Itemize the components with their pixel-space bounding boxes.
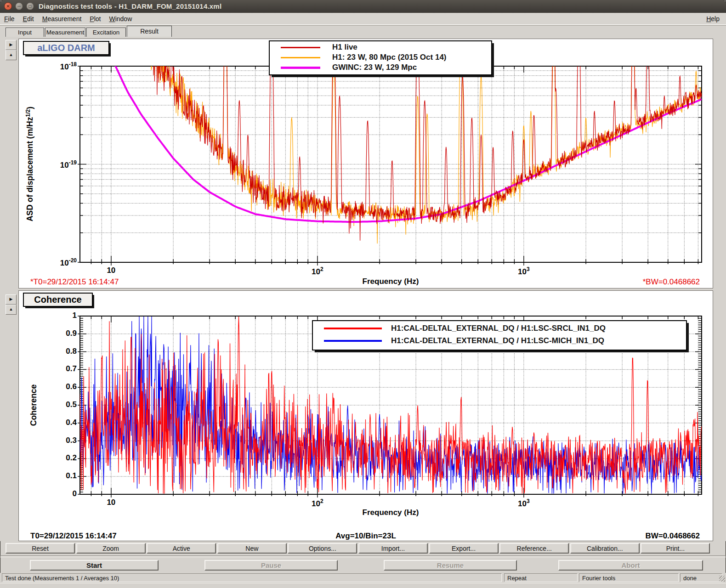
status-cell-fourier-tools: Fourier tools bbox=[579, 573, 679, 582]
coherence-ytick-label: 0.8 bbox=[42, 347, 77, 356]
coherence-panel-title[interactable]: Coherence bbox=[23, 293, 93, 307]
coherence-ytick-label: 0.3 bbox=[42, 436, 77, 445]
title-bar: ✕ ─ ▢ Diagnostics test tools - H1_DARM_F… bbox=[0, 0, 726, 13]
resume-button: Resume bbox=[384, 560, 517, 571]
asd-ytick-label: 10-18 bbox=[42, 61, 77, 72]
asd-ytick-label: 10-19 bbox=[42, 159, 77, 170]
asd-xtick-label: 102 bbox=[312, 266, 323, 277]
bottom-strip bbox=[0, 583, 726, 588]
legend-label: GWINC: 23 W, 129 Mpc bbox=[332, 63, 417, 72]
toolbar-new-button[interactable]: New bbox=[217, 543, 287, 554]
divider bbox=[0, 555, 726, 557]
abort-button: Abort bbox=[558, 560, 703, 571]
toolbar-reference-button[interactable]: Reference... bbox=[499, 543, 569, 554]
legend-row: H1 live bbox=[270, 42, 491, 52]
menu-edit[interactable]: Edit bbox=[19, 13, 38, 23]
legend-line-swatch bbox=[281, 67, 320, 69]
coherence-ytick-label: 0.2 bbox=[42, 453, 77, 463]
menu-measurement[interactable]: Measurement bbox=[38, 13, 86, 23]
status-message: Test done (Measurements 1 / Averages 10) bbox=[2, 573, 502, 582]
status-bar: Test done (Measurements 1 / Averages 10)… bbox=[0, 573, 726, 583]
coherence-ytick-label: 0.6 bbox=[42, 382, 77, 391]
asd-xtick-label: 103 bbox=[518, 266, 530, 277]
resize-grip[interactable] bbox=[719, 576, 725, 582]
coherence-xtick-label: 102 bbox=[312, 498, 323, 509]
minimize-icon[interactable]: ─ bbox=[15, 2, 23, 10]
legend-line-swatch bbox=[281, 57, 320, 58]
menu-file[interactable]: File bbox=[0, 13, 19, 23]
pane1-expand-icon[interactable]: ▶ bbox=[6, 40, 17, 50]
toolbar-export-button[interactable]: Export... bbox=[429, 543, 499, 554]
coherence-ytick-label: 0.5 bbox=[42, 400, 77, 409]
tab-result[interactable]: Result bbox=[127, 26, 172, 37]
legend-row: H1:CAL-DELTAL_EXTERNAL_DQ / H1:LSC-SRCL_… bbox=[313, 322, 686, 334]
start-button[interactable]: Start bbox=[30, 560, 159, 571]
close-icon[interactable]: ✕ bbox=[4, 2, 12, 10]
coherence-plot-pane: Coherence H1:CAL-DELTAL_EXTERNAL_DQ / H1… bbox=[18, 290, 713, 541]
coherence-xtick-label: 103 bbox=[518, 498, 530, 509]
asd-yaxis-title: ASD of displacement (m/Hz1/2) bbox=[25, 107, 35, 221]
toolbar-import-button[interactable]: Import... bbox=[358, 543, 428, 554]
pane2-expand-icon[interactable]: ▶ bbox=[6, 294, 17, 305]
app-window: ✕ ─ ▢ Diagnostics test tools - H1_DARM_F… bbox=[0, 0, 726, 588]
legend-line-swatch bbox=[281, 47, 320, 48]
window-title: Diagnostics test tools - H1_DARM_FOM_201… bbox=[39, 2, 221, 10]
menu-window[interactable]: Window bbox=[105, 13, 136, 23]
coherence-xaxis-title: Frequency (Hz) bbox=[363, 508, 419, 517]
tab-input[interactable]: Input bbox=[6, 28, 44, 37]
legend-label: H1:CAL-DELTAL_EXTERNAL_DQ / H1:LSC-MICH_… bbox=[391, 336, 604, 345]
coherence-ytick-label: 0 bbox=[42, 489, 77, 498]
toolbar-reset-button[interactable]: Reset bbox=[6, 543, 75, 554]
toolbar-options-button[interactable]: Options... bbox=[288, 543, 357, 554]
legend-label: H1: 23 W, 80 Mpc (2015 Oct 14) bbox=[332, 53, 447, 62]
menu-help[interactable]: Help bbox=[706, 15, 720, 23]
tab-measurement[interactable]: Measurement bbox=[45, 28, 85, 37]
asd-ytick-label: 10-20 bbox=[42, 257, 77, 268]
legend-row: H1:CAL-DELTAL_EXTERNAL_DQ / H1:LSC-MICH_… bbox=[313, 334, 686, 347]
menu-bar-items: FileEditMeasurementPlotWindow bbox=[0, 15, 136, 23]
pane2-collapse-icon[interactable]: ▲ bbox=[6, 305, 17, 315]
coherence-ytick-label: 0.7 bbox=[42, 364, 77, 373]
coherence-ytick-label: 1 bbox=[42, 311, 77, 320]
pause-button: Pause bbox=[204, 560, 338, 571]
menu-bar: FileEditMeasurementPlotWindow Help bbox=[0, 13, 726, 26]
coherence-legend: H1:CAL-DELTAL_EXTERNAL_DQ / H1:LSC-SRCL_… bbox=[312, 320, 687, 351]
main-content: ▶ ▲ ▶ ▲ aLIGO DARM H1 liveH1: 23 W, 80 M… bbox=[0, 37, 726, 541]
pane1-collapse-icon[interactable]: ▲ bbox=[6, 50, 17, 60]
coherence-bw-annotation: BW=0.0468662 bbox=[645, 531, 700, 541]
asd-plot-canvas bbox=[19, 39, 713, 288]
asd-plot-pane: aLIGO DARM H1 liveH1: 23 W, 80 Mpc (2015… bbox=[18, 39, 713, 288]
asd-xaxis-title: Frequency (Hz) bbox=[363, 277, 419, 286]
toolbar-print-button[interactable]: Print... bbox=[641, 543, 710, 554]
asd-t0-annotation: *T0=29/12/2015 16:14:47 bbox=[30, 277, 119, 287]
asd-bw-annotation: *BW=0.0468662 bbox=[643, 277, 700, 287]
coherence-avg-annotation: Avg=10/Bin=23L bbox=[335, 531, 396, 541]
legend-row: GWINC: 23 W, 129 Mpc bbox=[270, 62, 491, 73]
toolbar-active-button[interactable]: Active bbox=[147, 543, 216, 554]
legend-line-swatch bbox=[324, 340, 382, 342]
asd-panel-title[interactable]: aLIGO DARM bbox=[23, 41, 109, 55]
legend-label: H1 live bbox=[332, 43, 357, 52]
asd-xtick-label: 10 bbox=[107, 266, 115, 275]
toolbar-calibration-button[interactable]: Calibration... bbox=[570, 543, 640, 554]
legend-row: H1: 23 W, 80 Mpc (2015 Oct 14) bbox=[270, 52, 491, 62]
toolbar-zoom-button[interactable]: Zoom bbox=[76, 543, 146, 554]
maximize-icon[interactable]: ▢ bbox=[26, 2, 34, 10]
legend-line-swatch bbox=[324, 328, 382, 329]
status-cell-repeat: Repeat bbox=[504, 573, 578, 582]
tab-excitation[interactable]: Excitation bbox=[86, 28, 126, 37]
coherence-yaxis-title: Coherence bbox=[29, 384, 39, 426]
status-cell-done: done bbox=[680, 573, 722, 582]
legend-label: H1:CAL-DELTAL_EXTERNAL_DQ / H1:LSC-SRCL_… bbox=[391, 324, 606, 333]
coherence-t0-annotation: T0=29/12/2015 16:14:47 bbox=[30, 531, 117, 541]
coherence-xtick-label: 10 bbox=[107, 498, 115, 507]
coherence-ytick-label: 0.4 bbox=[42, 418, 77, 427]
asd-legend: H1 liveH1: 23 W, 80 Mpc (2015 Oct 14)GWI… bbox=[269, 40, 492, 75]
coherence-ytick-label: 0.1 bbox=[42, 471, 77, 481]
coherence-ytick-label: 0.9 bbox=[42, 329, 77, 338]
menu-plot[interactable]: Plot bbox=[85, 13, 105, 23]
tab-bar: InputMeasurementExcitationResult bbox=[0, 26, 726, 37]
